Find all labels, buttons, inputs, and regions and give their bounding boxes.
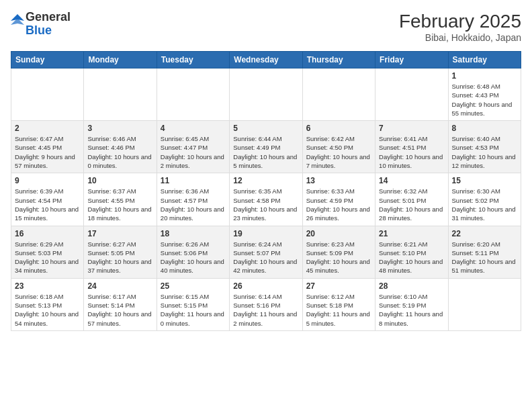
logo-general-text: General [26,11,71,24]
day-info: Sunrise: 6:15 AM Sunset: 5:15 PM Dayligh… [161,292,226,328]
day-number: 8 [452,124,517,133]
day-info: Sunrise: 6:29 AM Sunset: 5:03 PM Dayligh… [15,240,80,275]
calendar-cell [302,68,375,121]
day-info: Sunrise: 6:24 AM Sunset: 5:07 PM Dayligh… [233,240,298,275]
calendar-cell: 22Sunrise: 6:20 AM Sunset: 5:11 PM Dayli… [448,226,521,278]
day-number: 21 [379,229,444,238]
day-info: Sunrise: 6:37 AM Sunset: 4:55 PM Dayligh… [87,187,152,222]
calendar-week-row: 9Sunrise: 6:39 AM Sunset: 4:54 PM Daylig… [11,173,521,226]
day-info: Sunrise: 6:46 AM Sunset: 4:46 PM Dayligh… [87,134,152,170]
day-number: 18 [161,229,226,238]
day-number: 17 [87,229,152,238]
calendar-cell: 19Sunrise: 6:24 AM Sunset: 5:07 PM Dayli… [230,226,302,278]
calendar-cell: 6Sunrise: 6:42 AM Sunset: 4:50 PM Daylig… [302,121,375,173]
day-info: Sunrise: 6:26 AM Sunset: 5:06 PM Dayligh… [161,240,226,275]
page-header: General Blue February 2025 Bibai, Hokkai… [11,11,521,43]
logo-icon [11,14,24,34]
calendar-cell [84,68,157,121]
calendar-table: SundayMondayTuesdayWednesdayThursdayFrid… [11,51,521,331]
day-number: 25 [161,281,226,291]
day-info: Sunrise: 6:39 AM Sunset: 4:54 PM Dayligh… [15,187,80,222]
calendar-cell: 15Sunrise: 6:30 AM Sunset: 5:02 PM Dayli… [448,173,521,226]
calendar-cell: 25Sunrise: 6:15 AM Sunset: 5:15 PM Dayli… [157,278,229,330]
weekday-header-tuesday: Tuesday [157,52,229,68]
weekday-header-friday: Friday [375,52,448,68]
day-info: Sunrise: 6:41 AM Sunset: 4:51 PM Dayligh… [379,134,444,170]
calendar-cell: 17Sunrise: 6:27 AM Sunset: 5:05 PM Dayli… [84,226,157,278]
day-number: 3 [87,124,152,133]
calendar-cell: 2Sunrise: 6:47 AM Sunset: 4:45 PM Daylig… [11,121,84,173]
calendar-cell: 1Sunrise: 6:48 AM Sunset: 4:43 PM Daylig… [448,68,521,121]
weekday-header-thursday: Thursday [302,52,375,68]
weekday-header-row: SundayMondayTuesdayWednesdayThursdayFrid… [11,52,521,68]
day-number: 7 [379,124,444,133]
day-info: Sunrise: 6:30 AM Sunset: 5:02 PM Dayligh… [452,187,517,222]
day-number: 23 [15,281,80,291]
day-info: Sunrise: 6:21 AM Sunset: 5:10 PM Dayligh… [379,240,444,275]
day-number: 15 [452,176,517,185]
title-block: February 2025 Bibai, Hokkaido, Japan [399,11,521,43]
calendar-cell: 12Sunrise: 6:35 AM Sunset: 4:58 PM Dayli… [230,173,302,226]
day-info: Sunrise: 6:14 AM Sunset: 5:16 PM Dayligh… [233,292,298,328]
weekday-header-saturday: Saturday [448,52,521,68]
calendar-cell: 26Sunrise: 6:14 AM Sunset: 5:16 PM Dayli… [230,278,302,330]
day-number: 24 [87,281,152,291]
day-number: 20 [306,229,371,238]
calendar-cell: 11Sunrise: 6:36 AM Sunset: 4:57 PM Dayli… [157,173,229,226]
weekday-header-wednesday: Wednesday [230,52,302,68]
day-info: Sunrise: 6:40 AM Sunset: 4:53 PM Dayligh… [452,134,517,170]
day-info: Sunrise: 6:23 AM Sunset: 5:09 PM Dayligh… [306,240,371,275]
calendar-cell: 18Sunrise: 6:26 AM Sunset: 5:06 PM Dayli… [157,226,229,278]
calendar-cell: 21Sunrise: 6:21 AM Sunset: 5:10 PM Dayli… [375,226,448,278]
calendar-week-row: 16Sunrise: 6:29 AM Sunset: 5:03 PM Dayli… [11,226,521,278]
day-number: 26 [233,281,298,291]
logo: General Blue [11,11,71,38]
day-number: 5 [233,124,298,133]
calendar-cell: 8Sunrise: 6:40 AM Sunset: 4:53 PM Daylig… [448,121,521,173]
day-number: 19 [233,229,298,238]
day-info: Sunrise: 6:44 AM Sunset: 4:49 PM Dayligh… [233,134,298,170]
day-number: 13 [306,176,371,185]
day-info: Sunrise: 6:32 AM Sunset: 5:01 PM Dayligh… [379,187,444,222]
calendar-cell: 24Sunrise: 6:17 AM Sunset: 5:14 PM Dayli… [84,278,157,330]
day-number: 10 [87,176,152,185]
weekday-header-sunday: Sunday [11,52,84,68]
day-number: 9 [15,176,80,185]
day-number: 11 [161,176,226,185]
calendar-cell: 14Sunrise: 6:32 AM Sunset: 5:01 PM Dayli… [375,173,448,226]
calendar-cell: 3Sunrise: 6:46 AM Sunset: 4:46 PM Daylig… [84,121,157,173]
day-number: 2 [15,124,80,133]
day-info: Sunrise: 6:36 AM Sunset: 4:57 PM Dayligh… [161,187,226,222]
day-info: Sunrise: 6:17 AM Sunset: 5:14 PM Dayligh… [87,292,152,328]
month-year: February 2025 [399,11,521,32]
calendar-cell [230,68,302,121]
calendar-cell: 10Sunrise: 6:37 AM Sunset: 4:55 PM Dayli… [84,173,157,226]
calendar-cell: 28Sunrise: 6:10 AM Sunset: 5:19 PM Dayli… [375,278,448,330]
day-info: Sunrise: 6:20 AM Sunset: 5:11 PM Dayligh… [452,240,517,275]
day-info: Sunrise: 6:47 AM Sunset: 4:45 PM Dayligh… [15,134,80,170]
day-number: 14 [379,176,444,185]
calendar-week-row: 2Sunrise: 6:47 AM Sunset: 4:45 PM Daylig… [11,121,521,173]
calendar-cell: 27Sunrise: 6:12 AM Sunset: 5:18 PM Dayli… [302,278,375,330]
day-info: Sunrise: 6:42 AM Sunset: 4:50 PM Dayligh… [306,134,371,170]
calendar-cell [448,278,521,330]
day-info: Sunrise: 6:27 AM Sunset: 5:05 PM Dayligh… [87,240,152,275]
day-number: 12 [233,176,298,185]
calendar-cell [11,68,84,121]
day-info: Sunrise: 6:18 AM Sunset: 5:13 PM Dayligh… [15,292,80,328]
day-number: 28 [379,281,444,291]
logo-blue-text: Blue [26,24,71,38]
day-info: Sunrise: 6:12 AM Sunset: 5:18 PM Dayligh… [306,292,371,328]
day-info: Sunrise: 6:48 AM Sunset: 4:43 PM Dayligh… [452,82,517,118]
day-number: 6 [306,124,371,133]
day-number: 1 [452,71,517,81]
calendar-cell: 9Sunrise: 6:39 AM Sunset: 4:54 PM Daylig… [11,173,84,226]
calendar-cell: 13Sunrise: 6:33 AM Sunset: 4:59 PM Dayli… [302,173,375,226]
day-info: Sunrise: 6:45 AM Sunset: 4:47 PM Dayligh… [161,134,226,170]
day-info: Sunrise: 6:33 AM Sunset: 4:59 PM Dayligh… [306,187,371,222]
calendar-cell: 20Sunrise: 6:23 AM Sunset: 5:09 PM Dayli… [302,226,375,278]
calendar-week-row: 1Sunrise: 6:48 AM Sunset: 4:43 PM Daylig… [11,68,521,121]
weekday-header-monday: Monday [84,52,157,68]
location: Bibai, Hokkaido, Japan [399,32,521,43]
calendar-cell [157,68,229,121]
